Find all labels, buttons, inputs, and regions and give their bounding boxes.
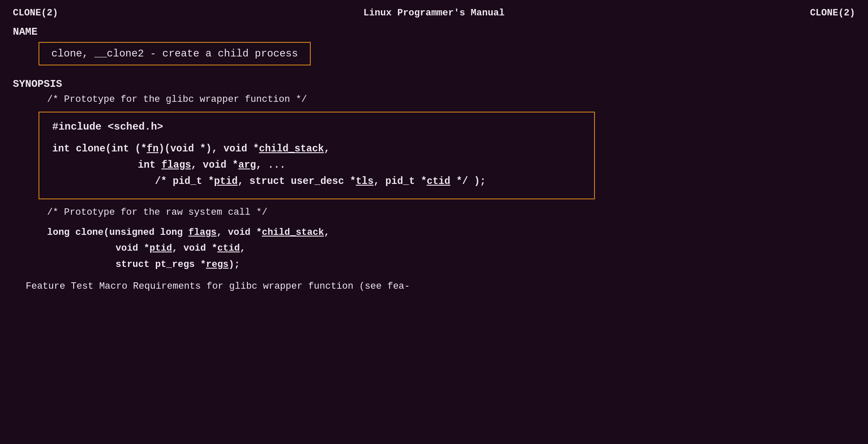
raw-syscall-comment: /* Prototype for the raw system call */	[47, 207, 855, 218]
long-clone-line3: struct pt_regs *regs);	[116, 257, 855, 272]
header-left: CLONE(2)	[13, 8, 58, 18]
glibc-code-box: #include <sched.h> int clone(int (*fn)(v…	[39, 112, 595, 199]
feature-test-line: Feature Test Macro Requirements for glib…	[26, 281, 855, 292]
synopsis-section: SYNOPSIS /* Prototype for the glibc wrap…	[13, 78, 855, 292]
header-right: CLONE(2)	[810, 8, 855, 18]
glibc-comment: /* Prototype for the glibc wrapper funct…	[47, 94, 855, 105]
name-description: clone, __clone2 - create a child process	[39, 42, 311, 65]
include-line: #include <sched.h>	[52, 121, 581, 133]
man-page-header: CLONE(2) Linux Programmer's Manual CLONE…	[13, 8, 855, 18]
long-clone-line1: long clone(unsigned long flags, void *ch…	[47, 225, 855, 240]
synopsis-label: SYNOPSIS	[13, 78, 855, 90]
int-clone-block: int clone(int (*fn)(void *), void *child…	[52, 141, 581, 190]
int-clone-line2: int flags, void *arg, ...	[138, 157, 581, 174]
int-clone-line1: int clone(int (*fn)(void *), void *child…	[52, 141, 581, 157]
header-center: Linux Programmer's Manual	[363, 8, 505, 18]
name-section: NAME clone, __clone2 - create a child pr…	[13, 26, 855, 75]
raw-syscall-block: long clone(unsigned long flags, void *ch…	[47, 225, 855, 272]
int-clone-line3: /* pid_t *ptid, struct user_desc *tls, p…	[155, 174, 581, 190]
name-label: NAME	[13, 26, 855, 38]
long-clone-line2: void *ptid, void *ctid,	[116, 240, 855, 256]
